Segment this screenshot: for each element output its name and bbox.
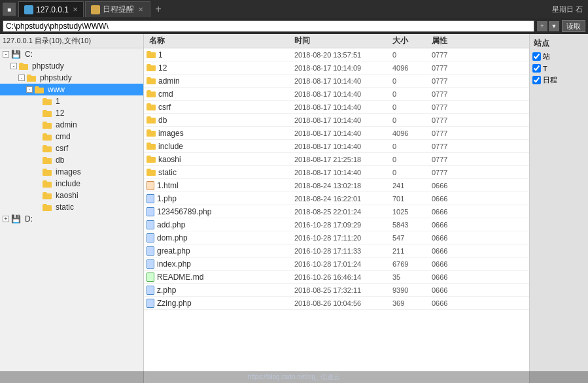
file-size: 35 [392, 273, 432, 281]
table-row[interactable]: csrf 2018-08-17 10:14:40 0 0777 [144, 101, 529, 114]
read-button[interactable]: 读取 [562, 20, 585, 32]
file-name-label: dom.php [157, 233, 188, 242]
tree-item[interactable]: static [0, 201, 143, 213]
file-attr: 0666 [432, 247, 471, 255]
tab-bar: ■ 127.0.0.1 ✕ 日程提醒 ✕ + [3, 1, 552, 17]
tree-expand-icon[interactable]: + [3, 216, 9, 222]
left-toolbar: 127.0.0.1 目录(10),文件(10) [0, 34, 143, 48]
drive-icon: 💾 [11, 214, 21, 224]
table-row[interactable]: images 2018-08-17 10:14:40 4096 0777 [144, 127, 529, 140]
tree-item-label: include [56, 179, 80, 188]
tree-item[interactable]: -phpstudy [0, 60, 143, 72]
table-row[interactable]: Zzing.php 2018-08-26 10:04:56 369 0666 [144, 297, 529, 310]
tab-ftp-close[interactable]: ✕ [73, 6, 78, 13]
tree-expand-icon[interactable]: - [26, 86, 33, 93]
watermark-bar: https://blog.csdn.net/ng_ 亿速云 [0, 371, 588, 383]
tree-item[interactable]: -💾C: [0, 48, 143, 60]
file-attr: 0666 [432, 299, 471, 307]
checkbox-2[interactable] [532, 64, 541, 73]
tab-ftp-label: 127.0.0.1 [36, 5, 69, 14]
file-tree: -💾C:-phpstudy-phpstudy-www112admincmdcsr… [0, 48, 143, 225]
file-list: 1 2018-08-20 13:57:51 0 0777 12 2018-08-… [144, 48, 529, 383]
tab-ftp[interactable]: 127.0.0.1 ✕ [18, 1, 84, 17]
file-time: 2018-08-17 10:14:40 [294, 116, 392, 124]
tree-item-label: kaoshi [56, 191, 78, 200]
checkbox-3[interactable] [532, 76, 541, 84]
file-time: 2018-08-17 10:14:40 [294, 90, 392, 98]
checkbox-1[interactable] [532, 52, 541, 61]
far-right-item-2[interactable]: T [531, 63, 587, 74]
tree-item[interactable]: csrf [0, 142, 143, 154]
file-attr: 0777 [432, 142, 471, 150]
folder-icon [43, 169, 52, 176]
file-name: 12 [144, 63, 294, 73]
tree-item-label: images [56, 167, 81, 176]
table-row[interactable]: 1.php 2018-08-24 16:22:01 701 0666 [144, 192, 529, 205]
table-row[interactable]: 12 2018-08-17 10:14:09 4096 0777 [144, 61, 529, 75]
folder-icon [43, 122, 52, 129]
table-row[interactable]: admin 2018-08-17 10:14:40 0 0777 [144, 75, 529, 88]
file-time: 2018-08-17 10:14:40 [294, 103, 392, 111]
table-row[interactable]: add.php 2016-10-28 17:09:29 5843 0666 [144, 218, 529, 231]
dropdown-icon[interactable]: ▼ [549, 21, 559, 31]
tree-item[interactable]: db [0, 154, 143, 166]
table-row[interactable]: db 2018-08-17 10:14:40 0 0777 [144, 114, 529, 127]
tree-expand-icon[interactable]: - [10, 63, 17, 69]
left-panel: 127.0.0.1 目录(10),文件(10) -💾C:-phpstudy-ph… [0, 34, 144, 383]
file-time: 2018-08-25 22:01:24 [294, 208, 392, 216]
add-icon[interactable]: + [537, 21, 547, 31]
address-input[interactable] [3, 20, 534, 32]
table-row[interactable]: 1 2018-08-20 13:57:51 0 0777 [144, 48, 529, 61]
far-right-item-3[interactable]: 日程 [531, 74, 587, 86]
tree-item[interactable]: include [0, 178, 143, 190]
tree-item-label: 12 [56, 108, 64, 118]
folder-icon [43, 145, 52, 152]
table-row[interactable]: 123456789.php 2018-08-25 22:01:24 1025 0… [144, 205, 529, 218]
file-attr: 0666 [432, 182, 471, 190]
folder-icon [43, 98, 52, 105]
file-name-label: include [158, 142, 183, 151]
table-row[interactable]: kaoshi 2018-08-17 21:25:18 0 0777 [144, 153, 529, 166]
tree-expand-icon[interactable]: - [18, 75, 25, 81]
far-right-item-1[interactable]: 站 [531, 50, 587, 63]
tree-item-label: static [56, 203, 74, 212]
file-name-label: great.php [157, 246, 190, 256]
tree-item[interactable]: images [0, 166, 143, 178]
tree-item[interactable]: +💾D: [0, 213, 143, 225]
table-row[interactable]: dom.php 2016-10-28 17:11:20 547 0666 [144, 231, 529, 244]
table-row[interactable]: 1.html 2018-08-24 13:02:18 241 0666 [144, 179, 529, 192]
file-size: 701 [392, 195, 432, 203]
tab-schedule-close[interactable]: ✕ [138, 6, 143, 13]
table-row[interactable]: index.php 2016-10-28 17:01:24 6769 0666 [144, 258, 529, 271]
title-bar: ■ 127.0.0.1 ✕ 日程提醒 ✕ + 星期日 石 [0, 0, 588, 18]
table-row[interactable]: static 2018-08-17 10:14:40 0 0777 [144, 166, 529, 179]
tree-expand-icon[interactable]: - [3, 51, 9, 58]
folder-icon [147, 156, 156, 163]
table-row[interactable]: great.php 2016-10-28 17:11:33 211 0666 [144, 244, 529, 258]
table-row[interactable]: cmd 2018-08-17 10:14:40 0 0777 [144, 88, 529, 101]
tree-item[interactable]: admin [0, 119, 143, 131]
file-time: 2018-08-17 10:14:40 [294, 169, 392, 176]
file-name-label: kaoshi [158, 155, 181, 164]
table-row[interactable]: README.md 2016-10-26 16:46:14 35 0666 [144, 271, 529, 284]
tree-item[interactable]: -www [0, 84, 143, 95]
right-panel: 名称 时间 大小 属性 1 2018-08-20 13:57:51 0 0777… [144, 34, 529, 383]
file-time: 2018-08-24 13:02:18 [294, 182, 392, 190]
file-time: 2018-08-24 16:22:01 [294, 195, 392, 203]
file-time: 2018-08-20 13:57:51 [294, 51, 392, 59]
tree-item[interactable]: cmd [0, 131, 143, 142]
file-size: 547 [392, 234, 432, 242]
tree-item[interactable]: -phpstudy [0, 72, 143, 84]
tab-schedule[interactable]: 日程提醒 ✕ [85, 1, 150, 17]
tree-item[interactable]: 1 [0, 95, 143, 107]
table-row[interactable]: include 2018-08-17 10:14:40 0 0777 [144, 140, 529, 153]
far-right-panel: 站点 站 T 日程 [529, 34, 588, 383]
file-attr: 0777 [432, 103, 471, 111]
header-time: 时间 [294, 35, 392, 46]
add-tab-button[interactable]: + [152, 3, 165, 16]
file-name: dom.php [144, 233, 294, 242]
tree-item[interactable]: kaoshi [0, 190, 143, 201]
table-row[interactable]: z.php 2018-08-25 17:32:11 9390 0666 [144, 284, 529, 297]
tree-item[interactable]: 12 [0, 107, 143, 119]
app-icon: ■ [3, 3, 16, 16]
